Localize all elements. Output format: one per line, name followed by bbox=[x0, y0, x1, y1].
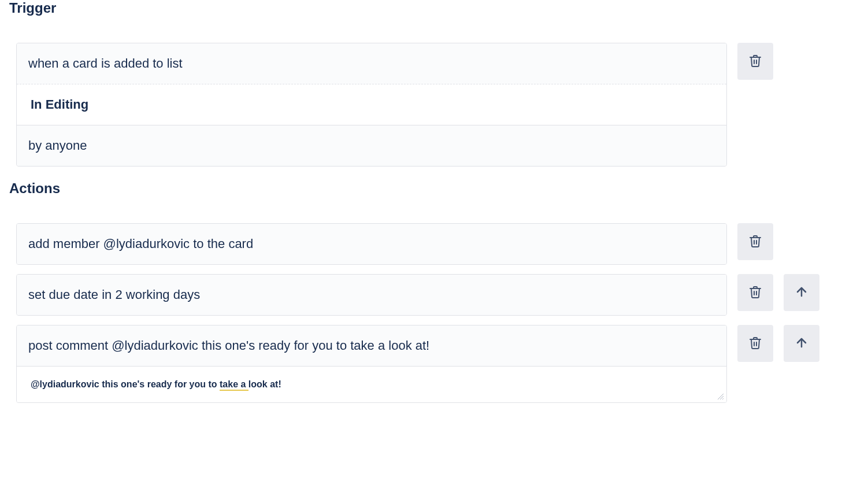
resize-handle-icon[interactable] bbox=[717, 393, 724, 400]
trigger-condition-text: when a card is added to list bbox=[17, 43, 726, 84]
trigger-list-name[interactable]: In Editing bbox=[17, 84, 726, 125]
action-row: post comment @lydiadurkovic this one's r… bbox=[16, 325, 863, 403]
comment-text-prefix: @lydiadurkovic this one's ready for you … bbox=[31, 379, 220, 389]
comment-text-suffix: look at! bbox=[248, 379, 281, 389]
delete-action-button[interactable] bbox=[737, 223, 773, 260]
action-block[interactable]: post comment @lydiadurkovic this one's r… bbox=[16, 325, 727, 403]
action-block[interactable]: set due date in 2 working days bbox=[16, 274, 727, 316]
action-row: add member @lydiadurkovic to the card bbox=[16, 223, 863, 265]
trash-icon bbox=[748, 234, 762, 250]
action-controls bbox=[737, 325, 819, 362]
arrow-up-icon bbox=[795, 285, 808, 301]
comment-textarea[interactable]: @lydiadurkovic this one's ready for you … bbox=[17, 367, 726, 402]
trigger-block[interactable]: when a card is added to list In Editing … bbox=[16, 43, 727, 166]
arrow-up-icon bbox=[795, 336, 808, 352]
action-block[interactable]: add member @lydiadurkovic to the card bbox=[16, 223, 727, 265]
trigger-controls bbox=[737, 43, 773, 80]
trigger-by-whom[interactable]: by anyone bbox=[17, 125, 726, 166]
trash-icon bbox=[748, 336, 762, 352]
actions-section-title: Actions bbox=[9, 180, 863, 197]
action-text: add member @lydiadurkovic to the card bbox=[17, 224, 726, 264]
move-up-action-button[interactable] bbox=[784, 274, 819, 311]
move-up-action-button[interactable] bbox=[784, 325, 819, 362]
trash-icon bbox=[748, 54, 762, 69]
delete-trigger-button[interactable] bbox=[737, 43, 773, 80]
action-controls bbox=[737, 274, 819, 311]
delete-action-button[interactable] bbox=[737, 274, 773, 311]
automation-builder: Trigger when a card is added to list In … bbox=[0, 0, 868, 435]
action-text: post comment @lydiadurkovic this one's r… bbox=[17, 325, 726, 367]
trigger-row: when a card is added to list In Editing … bbox=[16, 43, 863, 166]
trash-icon bbox=[748, 285, 762, 301]
delete-action-button[interactable] bbox=[737, 325, 773, 362]
action-text: set due date in 2 working days bbox=[17, 275, 726, 315]
action-row: set due date in 2 working days bbox=[16, 274, 863, 316]
trigger-section-title: Trigger bbox=[9, 0, 863, 16]
comment-text-underlined: take a bbox=[220, 379, 248, 391]
action-controls bbox=[737, 223, 773, 260]
